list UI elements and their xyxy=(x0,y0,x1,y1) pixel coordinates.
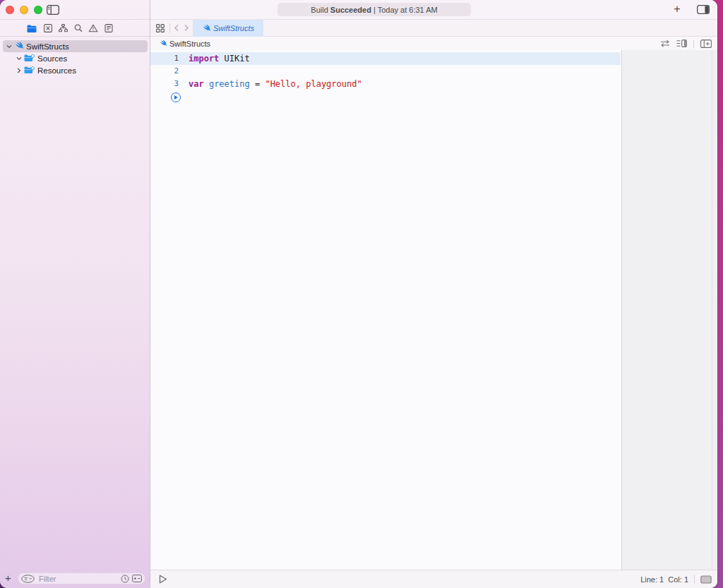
zoom-window-button[interactable] xyxy=(34,6,42,14)
line-number[interactable]: 3 xyxy=(150,78,179,90)
build-time: | Today at 6:31 AM xyxy=(371,6,438,14)
code-row-1[interactable]: 1 import UIKit xyxy=(150,52,621,65)
chevron-right-icon[interactable] xyxy=(16,68,22,73)
cursor-position-area: Line: 1 Col: 1 xyxy=(640,575,712,584)
divider xyxy=(712,50,712,570)
tree-item-sources[interactable]: Sources xyxy=(0,52,150,64)
code-editor[interactable]: 1 import UIKit 2 3 var greeting = "Hello… xyxy=(150,50,717,570)
add-tab-button[interactable]: + xyxy=(670,2,684,16)
tree-selection-highlight xyxy=(3,40,148,52)
swift-file-icon xyxy=(14,42,23,51)
report-navigator-tab[interactable] xyxy=(103,23,114,33)
jump-bar: SwiftStructs xyxy=(150,37,717,50)
swift-file-icon xyxy=(202,24,210,32)
add-file-button[interactable]: + xyxy=(5,572,11,584)
breakpoint-navigator-tab[interactable] xyxy=(42,23,54,33)
go-back-icon[interactable] xyxy=(174,24,179,32)
xcode-window: SwiftStructs Sources xyxy=(0,0,717,588)
editor-layout-icon[interactable] xyxy=(697,5,710,14)
filter-input[interactable] xyxy=(39,575,121,583)
divider xyxy=(169,23,170,33)
tree-item-label: Sources xyxy=(37,54,67,63)
play-icon xyxy=(174,95,178,100)
report-icon xyxy=(104,24,113,32)
adjust-editor-options-icon[interactable] xyxy=(676,40,687,47)
code-review-icon[interactable] xyxy=(660,40,670,47)
run-playground-button[interactable] xyxy=(171,92,181,102)
tab-bar: SwiftStructs xyxy=(150,20,717,37)
code-token-string: "Hello, playground" xyxy=(265,79,362,89)
search-navigator-tab[interactable] xyxy=(73,23,84,33)
folder-icon xyxy=(27,25,37,32)
breadcrumb-label: SwiftStructs xyxy=(169,40,210,48)
swift-file-icon xyxy=(159,40,167,47)
navigator-tab-bar xyxy=(0,20,150,37)
code-row-2[interactable]: 2 xyxy=(150,65,621,78)
sidebar-filter-bar: + xyxy=(0,570,150,588)
recent-files-clock-icon[interactable] xyxy=(121,575,129,583)
tab-label: SwiftStructs xyxy=(213,24,254,32)
code-token-operator: = xyxy=(250,79,265,89)
code-row-3[interactable]: 3 var greeting = "Hello, playground" xyxy=(150,78,621,90)
hierarchy-navigator-tab[interactable] xyxy=(57,23,68,33)
toggle-sidebar-icon[interactable] xyxy=(47,5,59,15)
tree-item-resources[interactable]: Resources xyxy=(0,64,150,76)
divider xyxy=(694,575,695,584)
build-label: Build xyxy=(311,6,330,14)
hierarchy-icon xyxy=(59,24,68,32)
issue-navigator-tab[interactable] xyxy=(88,23,99,33)
folder-badge-icon xyxy=(24,54,35,63)
warning-icon xyxy=(88,24,98,32)
add-editor-icon[interactable] xyxy=(700,40,712,48)
jump-bar-actions xyxy=(660,37,712,50)
build-status-pill[interactable]: Build Succeeded | Today at 6:31 AM xyxy=(277,3,471,16)
tree-item-label: SwiftStructs xyxy=(26,42,69,51)
chevron-down-icon[interactable] xyxy=(6,44,12,49)
device-display-icon[interactable] xyxy=(700,575,712,584)
related-items-icon[interactable] xyxy=(156,24,165,32)
chevron-down-icon[interactable] xyxy=(16,56,22,61)
line-number[interactable]: 2 xyxy=(150,65,179,78)
scm-status-filter-icon[interactable] xyxy=(132,575,142,582)
tree-item-label: Resources xyxy=(37,66,76,75)
tree-item-swiftstructs[interactable]: SwiftStructs xyxy=(0,40,150,52)
breadcrumb[interactable]: SwiftStructs xyxy=(159,40,210,48)
titlebar: Build Succeeded | Today at 6:31 AM + xyxy=(150,0,717,20)
line-number[interactable]: 1 xyxy=(150,52,179,65)
project-navigator-tab[interactable] xyxy=(26,23,37,33)
x-square-icon xyxy=(44,24,52,32)
code-token-variable: greeting xyxy=(204,79,250,89)
code-token-keyword: var xyxy=(189,79,204,89)
minimize-window-button[interactable] xyxy=(20,6,28,14)
go-forward-icon[interactable] xyxy=(184,24,189,32)
filter-field[interactable] xyxy=(18,572,145,584)
editor-column: Build Succeeded | Today at 6:31 AM + xyxy=(150,0,717,588)
navigator-sidebar: SwiftStructs Sources xyxy=(0,0,150,588)
line-col-indicator: Line: 1 Col: 1 xyxy=(640,575,688,584)
divider xyxy=(693,40,694,48)
run-icon[interactable] xyxy=(159,575,167,584)
search-icon xyxy=(74,24,83,32)
folder-badge-icon xyxy=(24,66,35,75)
tab-swiftstructs[interactable]: SwiftStructs xyxy=(193,20,263,37)
editor-bottom-bar: Line: 1 Col: 1 xyxy=(150,570,717,588)
code-token-keyword: import xyxy=(189,54,219,64)
build-status: Succeeded xyxy=(330,6,371,14)
code-token-plain: UIKit xyxy=(219,54,249,64)
playground-results-panel xyxy=(621,50,717,570)
filter-icon xyxy=(21,575,35,583)
close-window-button[interactable] xyxy=(6,6,14,14)
